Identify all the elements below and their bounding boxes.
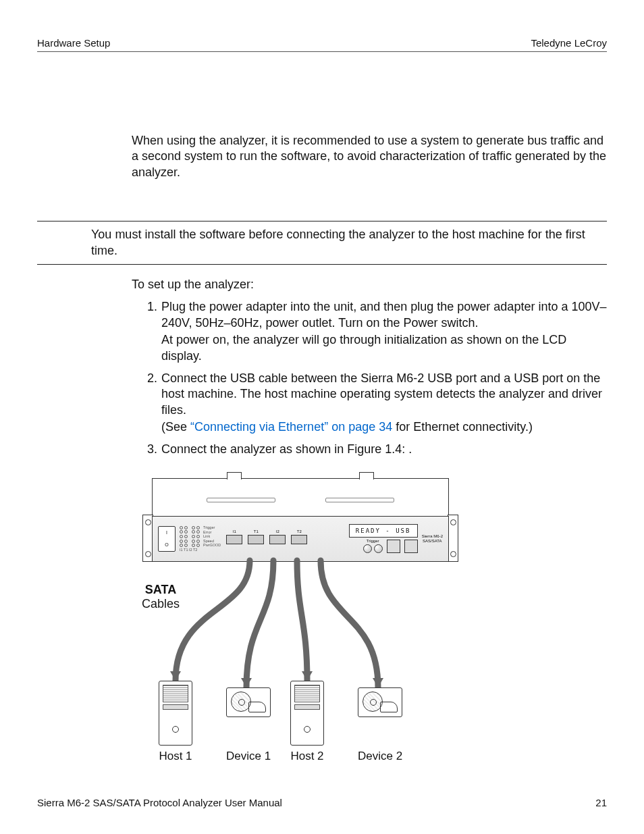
svg-marker-0 xyxy=(170,671,181,681)
figure-1-4: I O Trigger Error Link Speed PwrGOOD I1 … xyxy=(132,478,607,768)
header-right: Teledyne LeCroy xyxy=(531,37,607,49)
page: Hardware Setup Teledyne LeCroy When usin… xyxy=(0,0,644,834)
page-footer: Sierra M6-2 SAS/SATA Protocol Analyzer U… xyxy=(37,797,607,808)
step-number: 1. xyxy=(132,299,161,364)
intro-paragraph: When using the analyzer, it is recommend… xyxy=(132,133,607,180)
step-1: 1. Plug the power adapter into the unit,… xyxy=(132,299,607,364)
steps-list: 1. Plug the power adapter into the unit,… xyxy=(132,299,607,458)
page-number: 21 xyxy=(595,797,607,808)
host-2-icon: Host 2 xyxy=(290,681,324,763)
cables-text: Cables xyxy=(142,597,180,610)
step-number: 2. xyxy=(132,371,161,436)
step-2: 2. Connect the USB cable between the Sie… xyxy=(132,371,607,436)
host-1-label: Host 1 xyxy=(159,750,192,763)
sata-text: SATA xyxy=(145,583,176,596)
step-text: Connect the USB cable between the Sierra… xyxy=(161,371,607,436)
header-left: Hardware Setup xyxy=(37,37,110,49)
callout-note: You must install the software before con… xyxy=(37,221,607,265)
ethernet-cross-reference-link[interactable]: “Connecting via Ethernet” on page 34 xyxy=(190,420,392,434)
page-header: Hardware Setup Teledyne LeCroy xyxy=(37,37,607,52)
sata-cables-label: SATA Cables xyxy=(142,583,180,610)
device-1-label: Device 1 xyxy=(226,750,271,763)
step-1-line-a: Plug the power adapter into the unit, an… xyxy=(161,300,606,329)
svg-marker-2 xyxy=(302,671,313,681)
step-1-line-b: At power on, the analyzer will go throug… xyxy=(161,332,607,364)
footer-title: Sierra M6-2 SAS/SATA Protocol Analyzer U… xyxy=(37,797,282,808)
step-number: 3. xyxy=(132,442,161,457)
step-text: Connect the analyzer as shown in Figure … xyxy=(161,442,607,457)
sata-cables-icon xyxy=(132,478,456,708)
step-2-post: for Ethernet connectivity.) xyxy=(392,420,533,434)
step-3: 3. Connect the analyzer as shown in Figu… xyxy=(132,442,607,457)
host-2-label: Host 2 xyxy=(290,750,324,763)
step-2-line-a: Connect the USB cable between the Sierra… xyxy=(161,371,602,417)
step-2-pre: (See xyxy=(161,420,190,434)
step-2-line-b: (See “Connecting via Ethernet” on page 3… xyxy=(161,419,607,435)
device-2-icon: Device 2 xyxy=(358,681,402,763)
device-2-label: Device 2 xyxy=(358,750,402,763)
device-1-icon: Device 1 xyxy=(226,681,271,763)
host-1-icon: Host 1 xyxy=(159,681,192,763)
lead-text: To set up the analyzer: xyxy=(132,277,607,292)
step-text: Plug the power adapter into the unit, an… xyxy=(161,299,607,364)
